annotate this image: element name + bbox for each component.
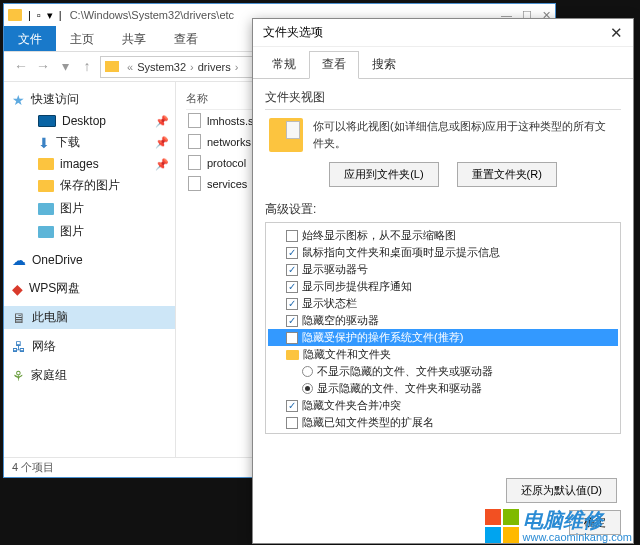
sidebar-wps[interactable]: ◆WPS网盘 [4,277,175,300]
file-icon [188,113,201,128]
qat-sep: | [28,9,31,22]
sidebar-pictures[interactable]: 图片 [4,197,175,220]
dialog-titlebar: 文件夹选项 ✕ [253,19,633,47]
file-icon [188,155,201,170]
adv-item[interactable]: 用彩色显示加密或压缩的 NTFS 文件 [268,431,618,434]
folder-views-group: 文件夹视图 你可以将此视图(如详细信息或图标)应用于这种类型的所有文件夹。 应用… [265,89,621,197]
checkbox-icon[interactable] [286,400,298,412]
pin-icon: 📌 [155,136,169,149]
folder-icon [105,61,119,72]
tab-search[interactable]: 搜索 [359,51,409,78]
file-icon [188,134,201,149]
checkbox-icon[interactable] [286,417,298,429]
qat-item[interactable]: ▾ [47,9,53,22]
sidebar-downloads[interactable]: ⬇下载📌 [4,131,175,154]
homegroup-icon: ⚘ [12,368,25,384]
qat-item[interactable]: ▫ [37,9,41,22]
checkbox-icon[interactable] [286,332,298,344]
checkbox-icon[interactable] [286,298,298,310]
folder-view-icon [269,118,303,152]
sidebar-images[interactable]: images📌 [4,154,175,174]
sidebar-saved-pics[interactable]: 保存的图片 [4,174,175,197]
adv-item[interactable]: 显示同步提供程序通知 [268,278,618,295]
window-title: C:\Windows\System32\drivers\etc [70,9,234,21]
adv-item[interactable]: 显示状态栏 [268,295,618,312]
forward-button[interactable]: → [34,58,52,76]
adv-item[interactable]: 隐藏文件夹合并冲突 [268,397,618,414]
sidebar-pictures2[interactable]: 图片 [4,220,175,243]
pin-icon: 📌 [155,158,169,171]
watermark-title: 电脑维修 [523,509,632,531]
adv-item[interactable]: 显示驱动器号 [268,261,618,278]
checkbox-icon[interactable] [286,281,298,293]
folder-icon [8,9,22,21]
sidebar-this-pc[interactable]: 🖥此电脑 [4,306,175,329]
adv-item[interactable]: 鼠标指向文件夹和桌面项时显示提示信息 [268,244,618,261]
tab-view[interactable]: 查看 [309,51,359,79]
checkbox-icon[interactable] [286,434,298,435]
checkbox-icon[interactable] [286,247,298,259]
windows-logo-icon [485,509,519,543]
adv-item[interactable]: 始终显示图标，从不显示缩略图 [268,227,618,244]
breadcrumb-seg[interactable]: System32 [137,61,186,73]
folder-icon [38,158,54,170]
watermark-url: www.caominkang.com [523,531,632,543]
sidebar-quick-access[interactable]: ★快速访问 [4,88,175,111]
advanced-group: 高级设置: [265,201,621,218]
watermark: 电脑维修 www.caominkang.com [485,509,632,543]
checkbox-icon[interactable] [286,230,298,242]
folder-icon [38,180,54,192]
close-button[interactable]: ✕ [610,24,623,42]
dialog-title: 文件夹选项 [263,24,323,41]
history-button[interactable]: ▾ [56,58,74,76]
monitor-icon [38,115,56,127]
sidebar-network[interactable]: 🖧网络 [4,335,175,358]
advanced-settings-list[interactable]: 始终显示图标，从不显示缩略图 鼠标指向文件夹和桌面项时显示提示信息 显示驱动器号… [265,222,621,434]
adv-group[interactable]: 隐藏文件和文件夹 [268,346,618,363]
nav-sidebar: ★快速访问 Desktop📌 ⬇下载📌 images📌 保存的图片 图片 图片 … [4,82,176,457]
reset-folders-button[interactable]: 重置文件夹(R) [457,162,557,187]
checkbox-icon[interactable] [286,264,298,276]
pictures-icon [38,226,54,238]
restore-defaults-button[interactable]: 还原为默认值(D) [506,478,617,503]
qat-sep: | [59,9,62,22]
up-button[interactable]: ↑ [78,58,96,76]
sidebar-desktop[interactable]: Desktop📌 [4,111,175,131]
folder-options-dialog: 文件夹选项 ✕ 常规 查看 搜索 文件夹视图 你可以将此视图(如详细信息或图标)… [252,18,634,544]
tab-file[interactable]: 文件 [4,26,56,51]
sidebar-homegroup[interactable]: ⚘家庭组 [4,364,175,387]
radio-icon[interactable] [302,383,313,394]
cloud-icon: ☁ [12,252,26,268]
back-button[interactable]: ← [12,58,30,76]
network-icon: 🖧 [12,339,26,355]
folder-icon [286,350,299,360]
adv-radio[interactable]: 不显示隐藏的文件、文件夹或驱动器 [268,363,618,380]
tab-home[interactable]: 主页 [56,26,108,51]
tab-view[interactable]: 查看 [160,26,212,51]
tab-general[interactable]: 常规 [259,51,309,78]
folder-view-desc: 你可以将此视图(如详细信息或图标)应用于这种类型的所有文件夹。 [313,118,617,151]
wps-icon: ◆ [12,281,23,297]
adv-item-selected[interactable]: 隐藏受保护的操作系统文件(推荐) [268,329,618,346]
tab-share[interactable]: 共享 [108,26,160,51]
quick-access-toolbar: | ▫ ▾ | [8,9,62,22]
apply-to-folders-button[interactable]: 应用到文件夹(L) [329,162,438,187]
radio-icon[interactable] [302,366,313,377]
pictures-icon [38,203,54,215]
breadcrumb-seg[interactable]: drivers [198,61,231,73]
pin-icon: 📌 [155,115,169,128]
file-icon [188,176,201,191]
adv-radio[interactable]: 显示隐藏的文件、文件夹和驱动器 [268,380,618,397]
dialog-tabs: 常规 查看 搜索 [253,51,633,79]
pc-icon: 🖥 [12,310,26,326]
download-icon: ⬇ [38,135,50,151]
sidebar-onedrive[interactable]: ☁OneDrive [4,249,175,271]
adv-item[interactable]: 隐藏已知文件类型的扩展名 [268,414,618,431]
checkbox-icon[interactable] [286,315,298,327]
adv-item[interactable]: 隐藏空的驱动器 [268,312,618,329]
star-icon: ★ [12,92,25,108]
